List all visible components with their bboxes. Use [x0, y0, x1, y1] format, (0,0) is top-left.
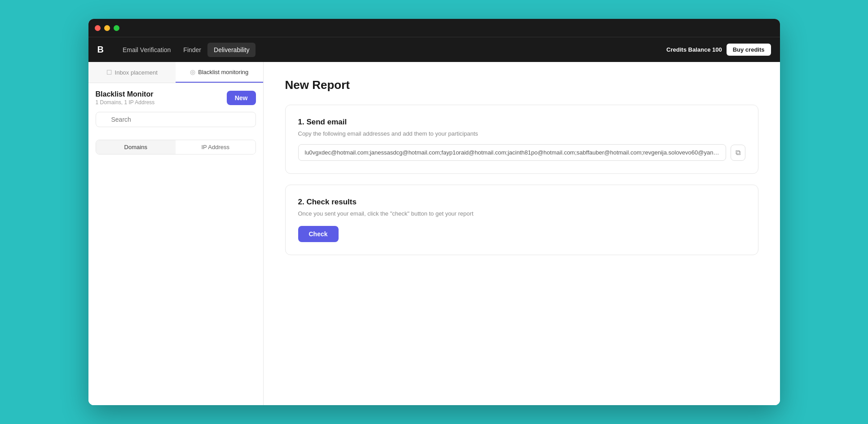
step1-title: 1. Send email: [298, 118, 745, 127]
app-window: B Email Verification Finder Deliverabili…: [88, 19, 780, 405]
navbar: B Email Verification Finder Deliverabili…: [88, 37, 780, 62]
search-wrapper: 🔍: [96, 112, 256, 133]
credits-balance-label: Credits Balance 100: [666, 46, 722, 53]
search-input[interactable]: [96, 112, 256, 127]
sidebar-tabs: ☐ Inbox placement ◎ Blacklist monitoring: [88, 62, 263, 83]
filter-tab-domains[interactable]: Domains: [96, 140, 176, 154]
step1-description: Copy the following email addresses and a…: [298, 130, 745, 137]
sidebar-subtitle: 1 Domains, 1 IP Address: [96, 99, 155, 106]
minimize-button[interactable]: [104, 25, 110, 31]
blacklist-icon: ◎: [190, 68, 195, 75]
filter-tab-ip-address[interactable]: IP Address: [176, 140, 256, 154]
step2-description: Once you sent your email, click the "che…: [298, 210, 745, 217]
sidebar-content: Blacklist Monitor 1 Domains, 1 IP Addres…: [88, 83, 263, 405]
nav-email-verification[interactable]: Email Verification: [116, 43, 177, 57]
check-button[interactable]: Check: [298, 226, 339, 242]
copy-button[interactable]: ⧉: [731, 145, 745, 161]
email-input-row: ⧉: [298, 144, 745, 161]
nav-finder[interactable]: Finder: [177, 43, 207, 57]
step2-card: 2. Check results Once you sent your emai…: [285, 185, 758, 255]
new-button[interactable]: New: [227, 91, 256, 105]
sidebar-header: Blacklist Monitor 1 Domains, 1 IP Addres…: [96, 90, 256, 106]
main-content: New Report 1. Send email Copy the follow…: [264, 62, 780, 405]
close-button[interactable]: [95, 25, 101, 31]
maximize-button[interactable]: [114, 25, 119, 31]
copy-icon: ⧉: [736, 149, 740, 156]
tab-inbox-placement[interactable]: ☐ Inbox placement: [88, 62, 176, 83]
nav-deliverability[interactable]: Deliverability: [207, 43, 256, 57]
app-body: ☐ Inbox placement ◎ Blacklist monitoring…: [88, 62, 780, 405]
sidebar-title: Blacklist Monitor: [96, 90, 155, 98]
page-title: New Report: [285, 78, 758, 92]
email-addresses-field[interactable]: [298, 144, 726, 161]
app-logo: B: [97, 44, 104, 55]
navbar-right: Credits Balance 100 Buy credits: [666, 44, 771, 56]
step2-title: 2. Check results: [298, 198, 745, 207]
filter-tabs: Domains IP Address: [96, 140, 256, 155]
sidebar-title-block: Blacklist Monitor 1 Domains, 1 IP Addres…: [96, 90, 155, 106]
buy-credits-button[interactable]: Buy credits: [727, 44, 771, 56]
tab-blacklist-monitoring[interactable]: ◎ Blacklist monitoring: [176, 62, 263, 83]
titlebar: [88, 19, 780, 37]
step1-card: 1. Send email Copy the following email a…: [285, 105, 758, 174]
sidebar: ☐ Inbox placement ◎ Blacklist monitoring…: [88, 62, 264, 405]
inbox-icon: ☐: [106, 69, 112, 76]
